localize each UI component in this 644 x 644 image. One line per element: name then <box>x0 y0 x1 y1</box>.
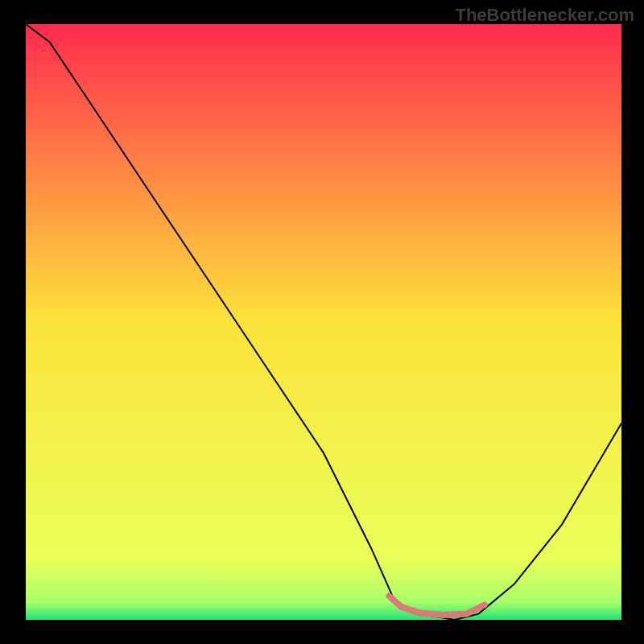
watermark-text: TheBottlenecker.com <box>455 5 634 26</box>
chart-background <box>26 24 621 620</box>
chart-plot-area <box>26 24 621 620</box>
chart-svg <box>26 24 621 620</box>
